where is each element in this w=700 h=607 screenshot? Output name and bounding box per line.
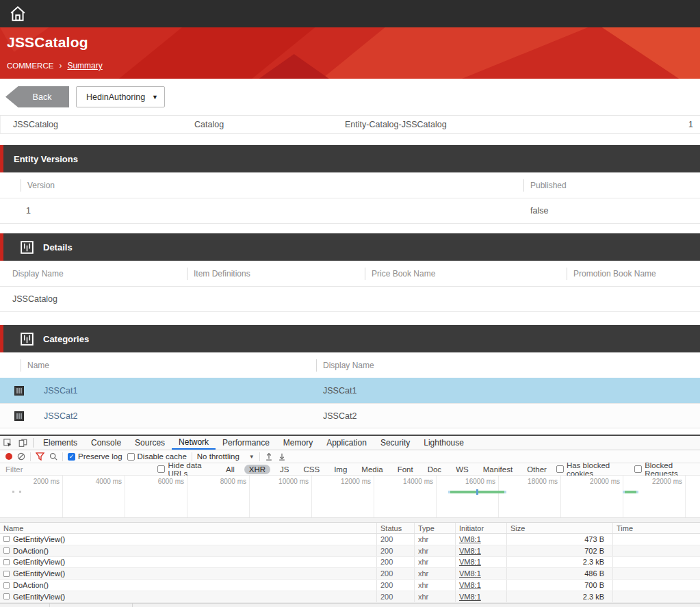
- request-row[interactable]: DoAction() 200 xhr VM8:1 702 B: [0, 545, 700, 557]
- request-checkbox[interactable]: [3, 536, 10, 542]
- timeline-tick: 10000 ms: [263, 478, 309, 485]
- checkbox-icon[interactable]: [127, 453, 135, 461]
- column-time[interactable]: Time: [612, 523, 700, 533]
- checkbox-icon[interactable]: [157, 465, 165, 473]
- tab-application[interactable]: Application: [320, 436, 374, 450]
- filter-type-all[interactable]: All: [221, 465, 239, 474]
- tab-console[interactable]: Console: [84, 436, 128, 450]
- tab-lighthouse[interactable]: Lighthouse: [417, 436, 471, 450]
- column-initiator[interactable]: Initiator: [455, 523, 506, 533]
- filter-type-xhr[interactable]: XHR: [244, 465, 270, 474]
- timeline-gridline: [249, 476, 250, 517]
- request-row[interactable]: GetEntityView() 200 xhr VM8:1 2.3 kB: [0, 591, 700, 603]
- request-row[interactable]: GetEntityView() 200 xhr VM8:1 2.3 kB: [0, 557, 700, 569]
- filter-type-other[interactable]: Other: [522, 465, 552, 474]
- filter-type-doc[interactable]: Doc: [423, 465, 446, 474]
- inspect-element-icon[interactable]: [0, 436, 15, 450]
- has-blocked-cookies-checkbox[interactable]: Has blocked cookies: [556, 461, 630, 478]
- device-toolbar-icon[interactable]: [15, 436, 30, 450]
- import-har-icon[interactable]: [265, 452, 273, 461]
- request-checkbox[interactable]: [3, 593, 10, 599]
- timeline-activity-bar: [623, 491, 638, 493]
- request-status: 200: [376, 557, 414, 568]
- request-row[interactable]: DoAction() 200 xhr VM8:1 700 B: [0, 580, 700, 591]
- request-checkbox[interactable]: [3, 571, 10, 577]
- filter-type-js[interactable]: JS: [275, 465, 294, 474]
- timeline-tick: 20000 ms: [575, 478, 620, 485]
- disable-cache-checkbox[interactable]: Disable cache: [127, 452, 187, 461]
- request-checkbox[interactable]: [3, 559, 10, 565]
- request-status: 200: [376, 545, 414, 556]
- checkbox-checked-icon[interactable]: ✓: [68, 453, 75, 461]
- network-summary-bar: [0, 603, 700, 607]
- column-status[interactable]: Status: [376, 523, 414, 533]
- timeline-gridline: [560, 476, 561, 517]
- entity-versions-header: Entity Versions: [0, 145, 700, 172]
- checkbox-icon[interactable]: [634, 465, 642, 473]
- preserve-log-checkbox[interactable]: ✓ Preserve log: [68, 452, 122, 461]
- home-icon[interactable]: [9, 5, 27, 23]
- blocked-requests-checkbox[interactable]: Blocked Requests: [634, 461, 700, 478]
- category-name-link[interactable]: JSSCat1: [44, 386, 77, 396]
- request-row[interactable]: GetEntityView() 200 xhr VM8:1 486 B: [0, 568, 700, 580]
- request-type: xhr: [414, 534, 455, 545]
- tab-elements[interactable]: Elements: [36, 436, 84, 450]
- category-row-jsscat1[interactable]: JSSCat1 JSSCat1: [0, 378, 700, 403]
- filter-type-css[interactable]: CSS: [299, 465, 325, 474]
- checkbox-icon[interactable]: [556, 465, 564, 473]
- column-name[interactable]: Name: [0, 523, 376, 533]
- tab-memory[interactable]: Memory: [276, 436, 320, 450]
- filter-type-img[interactable]: Img: [329, 465, 352, 474]
- request-checkbox[interactable]: [3, 582, 10, 589]
- throttling-select[interactable]: No throttling ▼: [197, 452, 255, 461]
- category-name-link[interactable]: JSSCat2: [44, 411, 77, 421]
- request-initiator-link[interactable]: VM8:1: [459, 558, 481, 566]
- details-row[interactable]: JSSCatalog: [0, 286, 700, 312]
- filter-funnel-icon[interactable]: [36, 452, 44, 461]
- column-name: Name: [27, 361, 49, 370]
- summary-divider: [49, 604, 50, 607]
- tab-performance[interactable]: Performance: [216, 436, 276, 450]
- category-icon: [14, 386, 24, 396]
- filter-type-font[interactable]: Font: [393, 465, 418, 474]
- tab-security[interactable]: Security: [374, 436, 417, 450]
- details-icon: [21, 241, 34, 254]
- filter-type-media[interactable]: Media: [357, 465, 387, 474]
- timeline-gridline: [436, 476, 437, 517]
- column-type[interactable]: Type: [414, 523, 455, 533]
- hide-data-urls-checkbox[interactable]: Hide data URLs: [157, 461, 216, 478]
- display-name-value: JSSCatalog: [0, 294, 187, 304]
- back-button[interactable]: Back: [5, 86, 69, 107]
- breadcrumb-section[interactable]: COMMERCE: [7, 62, 53, 70]
- chevron-down-icon: ▼: [249, 454, 255, 460]
- column-divider: [21, 359, 21, 372]
- request-initiator-link[interactable]: VM8:1: [459, 581, 481, 589]
- filter-input[interactable]: Filter: [0, 463, 153, 475]
- export-har-icon[interactable]: [278, 452, 286, 461]
- network-timeline-overview[interactable]: 2000 ms 4000 ms 6000 ms 8000 ms 10000 ms…: [0, 476, 700, 517]
- request-initiator-link[interactable]: VM8:1: [459, 569, 481, 578]
- category-row-jsscat2[interactable]: JSSCat2 JSSCat2: [0, 403, 700, 428]
- tab-network[interactable]: Network: [172, 436, 216, 450]
- environment-select-value: HedinAuthoring: [86, 92, 145, 102]
- filter-type-manifest[interactable]: Manifest: [478, 465, 517, 474]
- tab-sources[interactable]: Sources: [128, 436, 172, 450]
- request-initiator-link[interactable]: VM8:1: [459, 535, 481, 543]
- filter-type-ws[interactable]: WS: [451, 465, 474, 474]
- environment-select[interactable]: HedinAuthoring ▼: [76, 86, 165, 107]
- clear-icon[interactable]: [17, 452, 25, 461]
- breadcrumb-current[interactable]: Summary: [67, 61, 102, 70]
- request-initiator-link[interactable]: VM8:1: [459, 593, 481, 601]
- column-size[interactable]: Size: [506, 523, 612, 533]
- entity-summary-row[interactable]: JSSCatalog Catalog Entity-Catalog-JSSCat…: [0, 116, 700, 134]
- request-checkbox[interactable]: [3, 547, 10, 554]
- categories-section: Categories Name Display Name JSSCat1 JSS…: [0, 325, 700, 428]
- timeline-tick: 8000 ms: [201, 478, 246, 485]
- record-icon[interactable]: [5, 453, 12, 460]
- entity-version-row[interactable]: 1 false: [0, 198, 700, 224]
- search-icon[interactable]: [49, 452, 57, 461]
- request-table-header[interactable]: Name Status Type Initiator Size Time: [0, 523, 700, 534]
- request-row[interactable]: GetEntityView() 200 xhr VM8:1 473 B: [0, 534, 700, 545]
- entity-name: JSSCatalog: [1, 120, 182, 129]
- request-initiator-link[interactable]: VM8:1: [459, 547, 481, 555]
